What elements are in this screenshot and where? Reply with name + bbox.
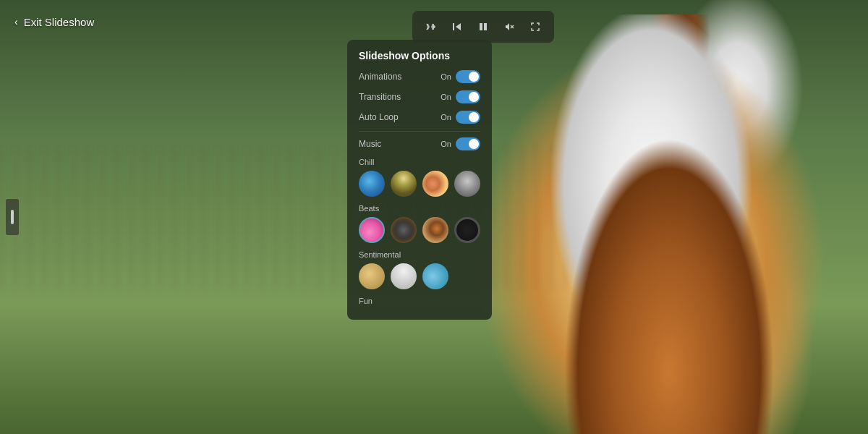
shuffle-icon [425,21,437,33]
beats-circle-3[interactable] [422,217,448,243]
previous-button[interactable] [446,15,469,38]
autoloop-control: On [441,111,480,124]
svg-rect-1 [480,23,482,30]
transitions-state: On [441,93,451,101]
chill-circles-row [359,171,480,197]
chill-category-title: Chill [359,158,480,166]
scroll-indicator-icon [9,210,15,224]
fullscreen-button[interactable] [524,15,547,38]
exit-slideshow-button[interactable]: ‹ Exit Slideshow [14,16,94,28]
chill-circle-1[interactable] [359,171,385,197]
music-label: Music [359,139,381,149]
sentimental-category-title: Sentimental [359,250,480,259]
svg-rect-0 [453,23,454,30]
previous-icon [451,21,463,33]
transitions-row: Transitions On [359,90,480,103]
chill-circle-3[interactable] [422,171,448,197]
fullscreen-icon [529,21,541,33]
music-row: Music On [359,137,480,150]
transitions-control: On [441,90,480,103]
animations-control: On [441,70,480,83]
shuffle-button[interactable] [420,15,443,38]
chill-circle-4[interactable] [454,171,480,197]
beats-circle-4[interactable] [454,217,480,243]
divider-1 [359,131,480,132]
left-scroll-handle[interactable] [6,199,19,235]
sentimental-circle-1[interactable] [359,263,385,289]
beats-circles-row [359,217,480,243]
fun-category-title: Fun [359,297,480,305]
slideshow-toolbar [412,11,554,43]
back-icon: ‹ [14,16,18,27]
animations-label: Animations [359,72,401,82]
beats-circle-2[interactable] [391,217,417,243]
slideshow-options-panel: Slideshow Options Animations On Transiti… [347,40,492,320]
chill-circle-2[interactable] [391,171,417,197]
animations-state: On [441,72,451,81]
pause-icon [477,21,489,33]
svg-rect-5 [11,210,14,224]
mute-button[interactable] [498,15,521,38]
autoloop-label: Auto Loop [359,112,399,122]
exit-label: Exit Slideshow [24,16,95,28]
svg-rect-2 [484,23,487,30]
music-state: On [441,140,451,148]
sentimental-circle-3[interactable] [422,263,448,289]
music-toggle[interactable] [456,137,480,150]
mute-icon [503,21,515,33]
autoloop-row: Auto Loop On [359,111,480,124]
autoloop-state: On [441,113,451,122]
sentimental-circles-row [359,263,480,289]
transitions-label: Transitions [359,92,401,102]
sentimental-circle-2[interactable] [391,263,417,289]
beats-category-title: Beats [359,204,480,213]
beats-circle-1[interactable] [359,217,385,243]
animations-toggle[interactable] [456,70,480,83]
pause-button[interactable] [472,15,495,38]
autoloop-toggle[interactable] [456,111,480,124]
panel-title: Slideshow Options [359,50,480,61]
music-control: On [441,137,480,150]
animations-row: Animations On [359,70,480,83]
transitions-toggle[interactable] [456,90,480,103]
